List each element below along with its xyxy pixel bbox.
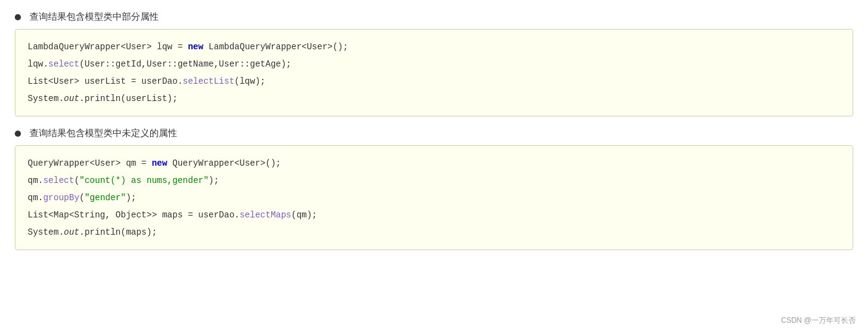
code-token: LambdaQueryWrapper<User>();	[204, 42, 348, 52]
code-line: List<Map<String, Object>> maps = userDao…	[28, 206, 840, 224]
code-token: (qm);	[291, 210, 317, 220]
code-token: lqw.	[28, 59, 49, 69]
code-line: qm.select("count(*) as nums,gender");	[28, 172, 840, 189]
code-token: selectMaps	[239, 210, 291, 220]
code-line: List<User> userList = userDao.selectList…	[28, 73, 840, 90]
section2-code-block: QueryWrapper<User> qm = new QueryWrapper…	[15, 145, 853, 250]
code-token: .println(userList);	[79, 94, 178, 103]
section1-code-block: LambdaQueryWrapper<User> lqw = new Lambd…	[15, 29, 853, 116]
footer-text: CSDN @一万年可长否	[781, 316, 856, 325]
code-line: lqw.select(User::getId,User::getName,Use…	[28, 55, 840, 73]
bullet-dot-1	[15, 14, 21, 20]
code-line: qm.groupBy("gender");	[28, 189, 840, 206]
code-token: List<User> userList = userDao.	[28, 76, 183, 86]
code-token: select	[43, 176, 74, 185]
code-token: (lqw);	[234, 76, 265, 86]
code-token: );	[126, 193, 137, 203]
code-line: System.out.println(userList);	[28, 90, 840, 107]
code-token: QueryWrapper<User> qm =	[28, 158, 152, 168]
code-token: new	[152, 158, 167, 168]
code-token: new	[188, 42, 203, 52]
code-token: out	[64, 94, 79, 103]
bullet-dot-2	[15, 131, 21, 137]
code-token: (	[74, 176, 79, 185]
section1: 查询结果包含模型类中部分属性 LambdaQueryWrapper<User> …	[15, 11, 853, 116]
code-token: List<Map<String, Object>> maps = userDao…	[28, 210, 239, 220]
code-token: );	[209, 176, 219, 185]
code-token: qm.	[28, 193, 43, 203]
code-token: qm.	[28, 176, 43, 185]
code-token: "gender"	[84, 193, 125, 203]
code-token: .println(maps);	[79, 227, 157, 237]
code-line: LambdaQueryWrapper<User> lqw = new Lambd…	[28, 38, 840, 55]
code-token: out	[64, 227, 79, 237]
code-token: "count(*) as nums,gender"	[79, 176, 209, 185]
code-token: (User::getId,User::getName,User::getAge)…	[79, 59, 291, 69]
code-token: System.	[28, 94, 64, 103]
section2-heading: 查询结果包含模型类中未定义的属性	[15, 128, 853, 139]
code-token: groupBy	[43, 193, 79, 203]
code-token: LambdaQueryWrapper<User> lqw =	[28, 42, 188, 52]
footer: CSDN @一万年可长否	[781, 315, 856, 326]
section2: 查询结果包含模型类中未定义的属性 QueryWrapper<User> qm =…	[15, 128, 853, 250]
code-token: QueryWrapper<User>();	[167, 158, 281, 168]
section1-title: 查询结果包含模型类中部分属性	[30, 11, 159, 23]
code-token: System.	[28, 227, 64, 237]
section1-heading: 查询结果包含模型类中部分属性	[15, 11, 853, 23]
code-line: QueryWrapper<User> qm = new QueryWrapper…	[28, 155, 840, 172]
code-line: System.out.println(maps);	[28, 224, 840, 241]
code-token: select	[49, 59, 79, 69]
code-token: selectList	[183, 76, 234, 86]
section2-title: 查询结果包含模型类中未定义的属性	[30, 128, 177, 139]
